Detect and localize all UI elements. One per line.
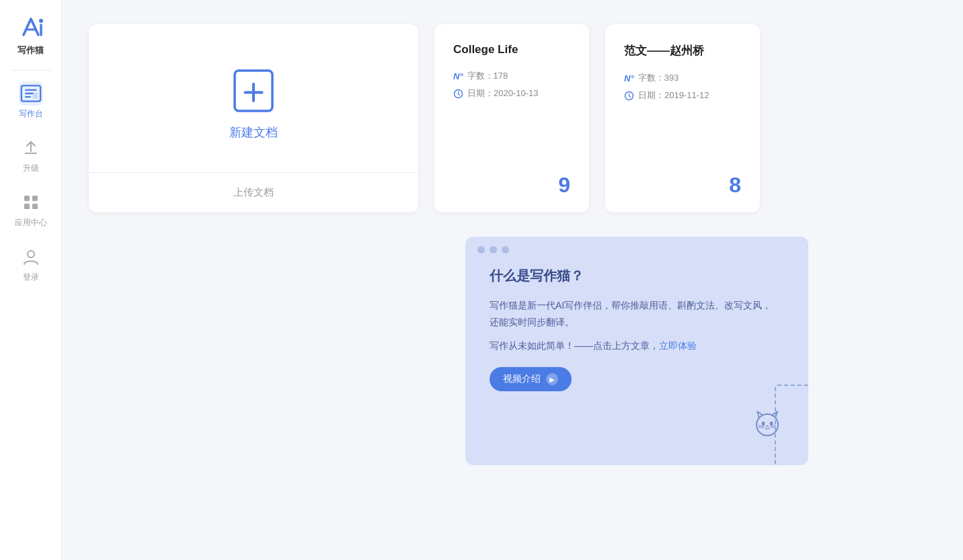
logo-icon — [15, 12, 46, 43]
upgrade-icon — [22, 139, 40, 157]
promo-video-button[interactable]: 视频介绍 ▶ — [490, 367, 572, 391]
upload-doc-label: 上传文档 — [233, 186, 274, 198]
svg-point-7 — [28, 251, 34, 257]
sidebar-item-app-center-label: 应用中心 — [15, 217, 47, 229]
app-center-icon — [22, 194, 40, 211]
dashed-extension — [775, 385, 808, 465]
app-center-icon-wrap — [19, 190, 43, 214]
clock-icon-2 — [624, 91, 634, 101]
sidebar-item-upgrade[interactable]: 升级 — [0, 128, 61, 182]
sidebar-item-login-label: 登录 — [23, 272, 39, 283]
main-content: 新建文档 上传文档 College Life N° 字数：178 — [62, 0, 963, 560]
new-doc-label: 新建文档 — [229, 124, 278, 141]
svg-rect-2 — [32, 93, 38, 99]
promo-dot-1 — [477, 246, 485, 253]
login-icon-wrap — [19, 245, 43, 269]
promo-btn-label: 视频介绍 — [503, 373, 541, 385]
promo-body: 写作猫是新一代AI写作伴侣，帮你推敲用语、斟酌文法、改写文风，还能实时同步翻译。 — [490, 297, 784, 331]
login-icon — [21, 247, 41, 267]
svg-rect-3 — [24, 196, 30, 201]
svg-point-13 — [770, 422, 773, 426]
n-icon-2: N° — [624, 73, 634, 83]
doc-card-college-life[interactable]: College Life N° 字数：178 日期：2020-10-13 9 — [434, 24, 589, 212]
doc-number-1: 9 — [453, 153, 570, 198]
doc-date-meta-1: 日期：2020-10-13 — [453, 87, 570, 99]
upgrade-icon-wrap — [19, 136, 43, 160]
doc-wordcount-meta-2: N° 字数：393 — [624, 72, 741, 84]
clock-icon-1 — [453, 89, 463, 99]
promo-dot-3 — [502, 246, 509, 253]
promo-content: 什么是写作猫？ 写作猫是新一代AI写作伴侣，帮你推敲用语、斟酌文法、改写文风，还… — [465, 260, 808, 407]
promo-cta-text: 写作从未如此简单！——点击上方文章，立即体验 — [490, 340, 784, 352]
promo-title: 什么是写作猫？ — [490, 267, 784, 285]
svg-point-0 — [39, 19, 43, 23]
sidebar: 写作猫 写作台 升级 — [0, 0, 62, 560]
promo-cta-link[interactable]: 立即体验 — [659, 340, 697, 351]
doc-number-2: 8 — [624, 153, 741, 198]
new-doc-icon — [227, 64, 280, 118]
sidebar-item-upgrade-label: 升级 — [23, 163, 39, 174]
svg-rect-6 — [32, 204, 38, 209]
svg-point-12 — [762, 422, 765, 426]
doc-wordcount-meta-1: N° 字数：178 — [453, 70, 570, 82]
play-icon: ▶ — [546, 373, 558, 385]
write-desk-icon-wrap — [19, 81, 43, 106]
promo-panel: 什么是写作猫？ 写作猫是新一代AI写作伴侣，帮你推敲用语、斟酌文法、改写文风，还… — [465, 237, 808, 465]
svg-rect-5 — [24, 204, 30, 209]
date-meta-2: 日期：2019-11-12 — [638, 89, 709, 102]
sidebar-item-write-desk[interactable]: 写作台 — [0, 73, 61, 128]
cards-row: 新建文档 上传文档 College Life N° 字数：178 — [89, 24, 936, 212]
new-document-card[interactable]: 新建文档 上传文档 — [89, 24, 418, 212]
doc-title-college-life: College Life — [453, 43, 570, 56]
sidebar-divider — [11, 70, 51, 71]
doc-date-meta-2: 日期：2019-11-12 — [624, 89, 741, 102]
sidebar-item-app-center[interactable]: 应用中心 — [0, 182, 61, 237]
new-doc-top[interactable]: 新建文档 — [89, 24, 418, 173]
logo-text: 写作猫 — [17, 44, 44, 56]
promo-dots — [465, 237, 808, 260]
promo-dot-2 — [490, 246, 497, 253]
sidebar-item-login[interactable]: 登录 — [0, 237, 61, 291]
date-meta-1: 日期：2020-10-13 — [467, 87, 539, 99]
write-desk-icon — [19, 81, 43, 106]
svg-rect-4 — [32, 196, 38, 201]
wordcount-label-2: 字数：393 — [638, 72, 679, 84]
sidebar-item-write-desk-label: 写作台 — [19, 108, 43, 120]
n-icon-1: N° — [453, 71, 463, 81]
doc-title-zhaozhou: 范文——赵州桥 — [624, 43, 741, 58]
wordcount-label-1: 字数：178 — [467, 70, 508, 82]
logo: 写作猫 — [15, 0, 46, 67]
doc-card-zhaozhou[interactable]: 范文——赵州桥 N° 字数：393 日期：2019-11-12 8 — [605, 24, 760, 212]
upload-doc-area[interactable]: 上传文档 — [89, 173, 418, 212]
